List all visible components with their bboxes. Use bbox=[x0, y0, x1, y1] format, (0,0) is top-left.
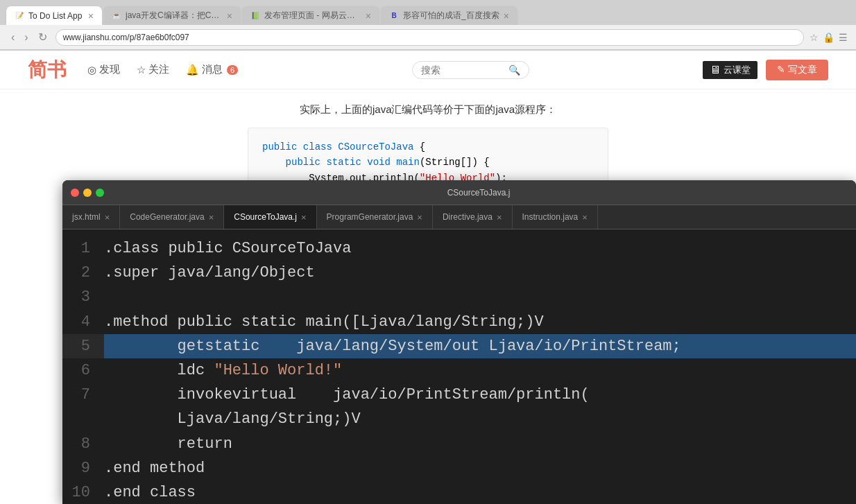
code-row-5: 5 getstatic java/lang/System/out Ljava/i… bbox=[62, 334, 856, 358]
forward-button[interactable]: › bbox=[22, 30, 31, 45]
code-line-2: public static void main(String[]) { bbox=[262, 155, 594, 170]
line-content-1: .class public CSourceToJava bbox=[104, 236, 856, 261]
traffic-lights bbox=[71, 189, 104, 197]
line-content-6: ldc "Hello World!" bbox=[104, 358, 856, 383]
tab-close-baidu[interactable]: × bbox=[504, 11, 509, 21]
editor-title: CSourceToJava.j bbox=[110, 188, 848, 198]
url-box[interactable]: www.jianshu.com/p/87ae6b0fc097 bbox=[55, 29, 804, 46]
follow-label: 关注 bbox=[148, 63, 169, 76]
line-content-4: .method public static main([Ljava/lang/S… bbox=[104, 310, 856, 334]
line-content-9: .end method bbox=[104, 456, 856, 480]
tab-cloud[interactable]: 📗 发布管理页面 - 网易云课堂 × bbox=[241, 6, 380, 25]
tab-label-jsx: jsx.html bbox=[72, 212, 101, 222]
bell-icon: 🔔 bbox=[186, 64, 199, 76]
line-num-3: 3 bbox=[62, 285, 104, 309]
line-num-1: 1 bbox=[62, 236, 104, 261]
editor-tabs: jsx.html × CodeGenerator.java × CSourceT… bbox=[62, 205, 856, 229]
tab-todo[interactable]: 📝 To Do List App × bbox=[6, 6, 103, 25]
tab-favicon-java: ☕ bbox=[112, 11, 121, 21]
line-content-7b: Ljava/lang/String;)V bbox=[104, 407, 856, 431]
code-row-3: 3 bbox=[62, 285, 856, 309]
editor-tab-directive[interactable]: Directive.java × bbox=[433, 205, 513, 229]
code-area: 1 .class public CSourceToJava 2 .super j… bbox=[62, 229, 856, 504]
address-icons: ☆ 🔒 ☰ bbox=[810, 32, 848, 43]
line-num-4: 4 bbox=[62, 310, 104, 334]
nav-discover[interactable]: ◎ 发现 bbox=[87, 63, 120, 76]
editor-tab-csource[interactable]: CSourceToJava.j × bbox=[224, 205, 316, 229]
tab-favicon-baidu: B bbox=[389, 11, 399, 21]
cloud-course-logo: 🖥 云课堂 bbox=[703, 61, 757, 79]
code-row-2: 2 .super java/lang/Object bbox=[62, 261, 856, 285]
messages-badge: 6 bbox=[227, 65, 238, 75]
line-num-2: 2 bbox=[62, 261, 104, 285]
line-content-2: .super java/lang/Object bbox=[104, 261, 856, 285]
address-bar: ‹ › ↻ www.jianshu.com/p/87ae6b0fc097 ☆ 🔒… bbox=[0, 25, 856, 50]
tab-close-codegen[interactable]: × bbox=[209, 212, 214, 223]
jianshu-header: 简书 ◎ 发现 ☆ 关注 🔔 消息 6 🔍 🖥 云课堂 ✎ 写文章 bbox=[0, 51, 856, 89]
tab-label-directive: Directive.java bbox=[443, 212, 493, 222]
tab-close-programgen[interactable]: × bbox=[417, 212, 422, 223]
code-row-8: 8 return bbox=[62, 432, 856, 456]
tab-baidu[interactable]: B 形容可怕的成语_百度搜索 × bbox=[380, 6, 518, 25]
tab-close-java[interactable]: × bbox=[227, 11, 232, 21]
refresh-button[interactable]: ↻ bbox=[35, 29, 50, 45]
tab-bar: 📝 To Do List App × ☕ java开发C编译器：把C程序编… ×… bbox=[0, 0, 856, 25]
editor-tab-jsx[interactable]: jsx.html × bbox=[62, 205, 120, 229]
editor-window: CSourceToJava.j jsx.html × CodeGenerator… bbox=[62, 180, 856, 504]
nav-buttons: ‹ › ↻ bbox=[8, 29, 50, 45]
messages-label: 消息 bbox=[202, 63, 223, 76]
code-row-1: 1 .class public CSourceToJava bbox=[62, 236, 856, 261]
discover-label: 发现 bbox=[99, 63, 120, 76]
code-row-10: 10 .end class bbox=[62, 480, 856, 504]
editor-tab-codegen[interactable]: CodeGenerator.java × bbox=[120, 205, 224, 229]
editor-tab-instruction[interactable]: Instruction.java × bbox=[513, 205, 598, 229]
editor-titlebar: CSourceToJava.j bbox=[62, 180, 856, 205]
tab-label-java: java开发C编译器：把C程序编… bbox=[126, 10, 223, 21]
editor-tab-programgen[interactable]: ProgramGenerator.java × bbox=[317, 205, 433, 229]
tab-favicon-cloud: 📗 bbox=[250, 11, 260, 21]
nav-messages[interactable]: 🔔 消息 6 bbox=[186, 63, 238, 76]
write-button[interactable]: ✎ 写文章 bbox=[766, 60, 828, 80]
tab-close-todo[interactable]: × bbox=[88, 11, 94, 21]
minimize-dot[interactable] bbox=[83, 189, 92, 197]
shield-icon: 🔒 bbox=[823, 32, 834, 43]
tab-label-baidu: 形容可怕的成语_百度搜索 bbox=[403, 10, 499, 21]
tab-close-jsx[interactable]: × bbox=[105, 212, 110, 223]
follow-icon: ☆ bbox=[137, 64, 146, 76]
code-row-4: 4 .method public static main([Ljava/lang… bbox=[62, 310, 856, 334]
back-button[interactable]: ‹ bbox=[8, 30, 17, 45]
close-dot[interactable] bbox=[71, 189, 79, 197]
tab-favicon-todo: 📝 bbox=[15, 11, 24, 21]
tab-java[interactable]: ☕ java开发C编译器：把C程序编… × bbox=[103, 6, 241, 25]
search-box[interactable]: 🔍 bbox=[412, 61, 529, 79]
tab-label-csource: CSourceToJava.j bbox=[234, 212, 297, 222]
code-row-7b: Ljava/lang/String;)V bbox=[62, 407, 856, 431]
tab-close-directive[interactable]: × bbox=[497, 212, 502, 223]
line-content-10: .end class bbox=[104, 480, 856, 504]
line-num-8: 8 bbox=[62, 432, 104, 456]
tab-label-codegen: CodeGenerator.java bbox=[130, 212, 204, 222]
line-num-5: 5 bbox=[62, 334, 104, 358]
search-icon: 🔍 bbox=[508, 64, 520, 76]
bookmark-icon[interactable]: ☆ bbox=[810, 32, 819, 43]
line-content-8: return bbox=[104, 432, 856, 456]
search-input[interactable] bbox=[421, 64, 504, 76]
jianshu-nav: ◎ 发现 ☆ 关注 🔔 消息 6 bbox=[87, 63, 238, 76]
line-num-10: 10 bbox=[62, 480, 104, 504]
code-row-7: 7 invokevirtual java/io/PrintStream/prin… bbox=[62, 383, 856, 407]
browser-chrome: 📝 To Do List App × ☕ java开发C编译器：把C程序编… ×… bbox=[0, 0, 856, 51]
cloud-icon: 🖥 bbox=[710, 64, 721, 76]
jianshu-logo[interactable]: 简书 bbox=[28, 57, 67, 83]
maximize-dot[interactable] bbox=[96, 189, 104, 197]
line-num-9: 9 bbox=[62, 456, 104, 480]
line-content-5: getstatic java/lang/System/out Ljava/io/… bbox=[104, 334, 856, 358]
tab-close-instruction[interactable]: × bbox=[582, 212, 588, 223]
code-row-6: 6 ldc "Hello World!" bbox=[62, 358, 856, 383]
nav-follow[interactable]: ☆ 关注 bbox=[137, 63, 169, 76]
tab-close-cloud[interactable]: × bbox=[366, 11, 371, 21]
menu-icon[interactable]: ☰ bbox=[839, 32, 848, 43]
line-num-6: 6 bbox=[62, 358, 104, 383]
tab-close-csource[interactable]: × bbox=[301, 212, 307, 223]
code-row-9: 9 .end method bbox=[62, 456, 856, 480]
tab-label-instruction: Instruction.java bbox=[522, 212, 579, 222]
